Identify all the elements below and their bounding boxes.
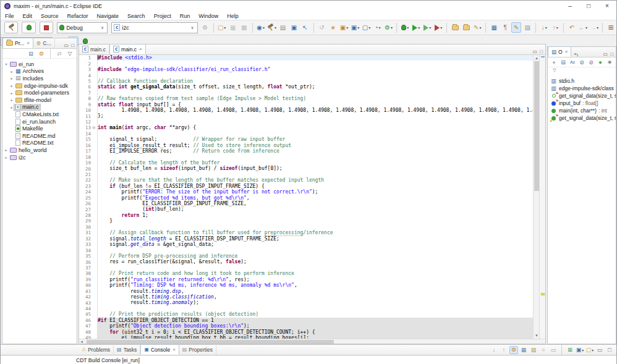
code-line-22[interactable]: // Make sure that the length of the buff…	[98, 177, 533, 183]
maximize-view-button[interactable]: □	[605, 346, 614, 354]
show-whitespace-button[interactable]: ¶	[500, 22, 510, 33]
expand-arrow-icon[interactable]: ▸	[4, 155, 9, 159]
code-line-25[interactable]: printf("Expected %d items, but got %d\r\…	[98, 195, 533, 201]
run-last-tool-button[interactable]: ◔▾	[372, 22, 382, 33]
pin-console-button[interactable]: ⊞	[566, 346, 574, 354]
outline-item-edge-impulse-sdk-class[interactable]: ▥edge-impulse-sdk/class	[550, 85, 616, 92]
code-line-1[interactable]: #include <stdio.h>	[98, 55, 533, 61]
code-line-36[interactable]: res = run_classifier(&signal, &result, f…	[98, 259, 533, 265]
code-line-2[interactable]	[98, 61, 533, 66]
hide-non-public-button[interactable]: ●	[597, 58, 604, 66]
menu-run[interactable]: Run	[176, 12, 195, 20]
minimize-view-button[interactable]: ▭	[603, 51, 608, 57]
open-console-button[interactable]: ▣	[289, 22, 299, 33]
vertical-scrollbar[interactable]: ▲ ▼	[533, 55, 539, 339]
open-element-button[interactable]: ∗	[328, 22, 338, 33]
new-wizard-button[interactable]: ▢▾	[217, 22, 227, 33]
build-hammer-button[interactable]	[4, 22, 18, 33]
bottom-tab-tasks[interactable]: ▤Tasks	[114, 344, 140, 355]
element-pointer-button[interactable]: ↖	[300, 22, 310, 33]
show-next-console-button[interactable]: ↓	[490, 346, 498, 354]
skip-all-breakpoints-button[interactable]: ◉▾	[256, 22, 266, 33]
launch-project-combo[interactable]: ci2c∨	[111, 22, 197, 33]
code-line-3[interactable]: #include "edge-impulse-sdk/classifier/ei…	[98, 67, 533, 72]
filters-button[interactable]: ⇄	[55, 49, 64, 57]
code-line-32[interactable]: signal.total_length = EI_CLASSIFIER_DSP_…	[98, 236, 533, 242]
sort-button[interactable]: Az	[569, 58, 576, 66]
code-line-16[interactable]: ei_impulse_result_t result; // Used to s…	[98, 143, 533, 148]
menu-source[interactable]: Source	[36, 12, 63, 20]
explorer-tab-pr[interactable]: Pr...×	[2, 38, 33, 48]
annotations-button[interactable]: ▨	[522, 22, 532, 33]
bottom-tab-console[interactable]: ▣Console×	[140, 344, 179, 355]
console-settings-button[interactable]: ⚙	[509, 346, 518, 354]
open-folder-button[interactable]	[450, 22, 460, 33]
code-line-14[interactable]	[98, 131, 533, 137]
expand-arrow-icon[interactable]: ▸	[9, 91, 14, 95]
open-console-log-button[interactable]: ▦	[519, 346, 528, 354]
menu-help[interactable]: Help	[223, 12, 243, 20]
code-line-41[interactable]: result.timing.dsp,	[98, 289, 533, 294]
scroll-lock-button[interactable]: ≡	[539, 346, 548, 354]
show-previous-console-button[interactable]: ↑	[500, 346, 508, 354]
next-annotation-button[interactable]: ↓▾	[539, 22, 549, 33]
tree-item-ei-run-launch[interactable]: ei_run.launch	[2, 118, 77, 125]
overview-ruler[interactable]	[539, 55, 545, 339]
launch-settings-gear-icon[interactable]: ⚙	[200, 22, 210, 33]
code-line-5[interactable]: // Callback function declaration	[98, 78, 533, 84]
outline-item-input-buf[interactable]: Sinput_buf : float[]	[550, 99, 616, 107]
tab-outline[interactable]: ▤O×	[548, 46, 571, 57]
code-line-20[interactable]: size_t buf_len = sizeof(input_buf) / siz…	[98, 166, 533, 171]
code-line-40[interactable]: printf("Timing: DSP %d ms, inference %d …	[98, 282, 533, 288]
previous-annotation-button[interactable]: ↑▾	[550, 22, 560, 33]
tree-item-readme-txt[interactable]: README.txt	[2, 140, 77, 147]
code-line-21[interactable]	[98, 172, 533, 177]
menu-search[interactable]: Search	[123, 12, 150, 20]
code-line-26[interactable]: EI_CLASSIFIER_DSP_INPUT_FRAME_SIZE,	[98, 201, 533, 206]
close-button[interactable]: ×	[598, 1, 616, 12]
view-overflow-button[interactable]: »₁	[571, 51, 581, 57]
code-line-39[interactable]: printf("run_classifier returned: %d\r\n"…	[98, 277, 533, 282]
tree-item-archives[interactable]: ▸▦Archives	[2, 68, 77, 75]
maximize-view-button[interactable]: □	[610, 51, 613, 57]
code-line-34[interactable]	[98, 247, 533, 253]
bottom-tab-properties[interactable]: ▤Properties	[179, 344, 216, 355]
minimize-button[interactable]: –	[561, 1, 579, 12]
clear-console-button[interactable]: ▭	[549, 346, 558, 354]
code-line-37[interactable]	[98, 265, 533, 271]
outline-item-get-signal-data-size-t-si[interactable]: Sget_signal_data(size_t, si	[550, 92, 616, 99]
menu-file[interactable]: File	[1, 12, 19, 20]
expand-arrow-icon[interactable]: ▸	[9, 105, 14, 109]
build-all-button[interactable]: ▾	[267, 22, 277, 33]
save-button[interactable]: ▦	[228, 22, 238, 33]
code-line-31[interactable]: // Assign callback function to fill buff…	[98, 230, 533, 235]
code-line-44[interactable]	[98, 306, 533, 311]
launch-mode-combo[interactable]: Debug∨	[57, 22, 108, 33]
code-line-18[interactable]	[98, 154, 533, 159]
external-tools-button[interactable]: ⚙▾	[383, 22, 393, 33]
horizontal-scrollbar[interactable]: ◄	[79, 339, 545, 344]
tree-item-model-parameters[interactable]: ▸model-parameters	[2, 89, 77, 96]
scroll-left-arrow[interactable]: ◄	[80, 339, 83, 344]
code-line-45[interactable]: // Print the prediction results (object …	[98, 311, 533, 317]
new-cpp-project-button[interactable]: ▣▾	[350, 22, 360, 33]
outline-item-get-signal-data-size-t-si[interactable]: Sget_signal_data(size_t, si	[550, 114, 616, 122]
code-line-11[interactable]: };	[98, 113, 533, 119]
profile-as-button[interactable]: ▾	[422, 22, 432, 33]
last-edit-location-button[interactable]: ↶	[567, 22, 577, 33]
tree-item-includes[interactable]: ▸▤Includes	[2, 75, 77, 82]
forward-button[interactable]: →▾	[589, 22, 599, 33]
coverage-button[interactable]: ▾	[433, 22, 443, 33]
tree-item-readme-md[interactable]: ◦README.md	[2, 132, 77, 140]
toggle-block-selection-button[interactable]: ▦	[489, 22, 499, 33]
expand-arrow-icon[interactable]: ▸	[9, 76, 14, 80]
word-wrap-button[interactable]: ▨	[529, 346, 538, 354]
code-line-42[interactable]: result.timing.classification,	[98, 294, 533, 300]
code-line-23[interactable]: if (buf_len != EI_CLASSIFIER_DSP_INPUT_F…	[98, 184, 533, 189]
link-with-editor-button[interactable]: ⚙	[37, 49, 46, 57]
expand-arrow-icon[interactable]: ▸	[9, 69, 14, 74]
editor-tab-mainc[interactable]: cmain.c	[79, 44, 109, 54]
code-area[interactable]: #include <stdio.h>#include "edge-impulse…	[98, 55, 533, 339]
code-line-10[interactable]: 1.4908, 1.4908, 1.4908, 1.4908, 1.4908, …	[98, 108, 533, 113]
close-icon[interactable]: ×	[139, 46, 142, 52]
